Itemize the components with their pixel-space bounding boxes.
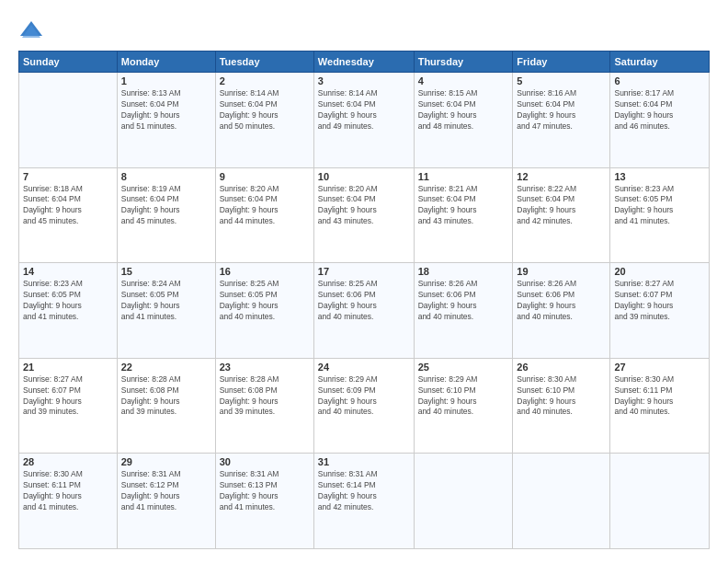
calendar-cell: 14Sunrise: 8:23 AM Sunset: 6:05 PM Dayli… [19,263,118,359]
calendar-cell: 11Sunrise: 8:21 AM Sunset: 6:04 PM Dayli… [414,167,513,263]
day-number: 30 [220,456,310,467]
calendar-cell: 28Sunrise: 8:30 AM Sunset: 6:11 PM Dayli… [19,454,118,549]
day-number: 25 [418,362,509,373]
calendar-weekday: Friday [513,52,610,73]
calendar-cell: 10Sunrise: 8:20 AM Sunset: 6:04 PM Dayli… [313,167,414,263]
day-number: 3 [318,75,410,86]
calendar-weekday: Thursday [414,52,513,73]
calendar-cell: 19Sunrise: 8:26 AM Sunset: 6:06 PM Dayli… [513,263,610,359]
day-info: Sunrise: 8:26 AM Sunset: 6:06 PM Dayligh… [517,279,606,323]
calendar-cell: 1Sunrise: 8:13 AM Sunset: 6:04 PM Daylig… [117,73,215,168]
day-number: 10 [318,171,410,182]
calendar-cell [610,454,710,549]
day-info: Sunrise: 8:26 AM Sunset: 6:06 PM Dayligh… [418,279,509,323]
calendar-cell: 9Sunrise: 8:20 AM Sunset: 6:04 PM Daylig… [215,167,313,263]
calendar-weekday: Tuesday [215,52,313,73]
calendar-weekday: Saturday [610,52,710,73]
calendar-cell: 5Sunrise: 8:16 AM Sunset: 6:04 PM Daylig… [513,73,610,168]
calendar-weekday: Monday [117,52,215,73]
day-info: Sunrise: 8:13 AM Sunset: 6:04 PM Dayligh… [121,88,211,132]
day-info: Sunrise: 8:15 AM Sunset: 6:04 PM Dayligh… [418,88,509,132]
day-number: 1 [121,75,211,86]
day-number: 26 [517,362,606,373]
day-info: Sunrise: 8:22 AM Sunset: 6:04 PM Dayligh… [517,184,606,228]
day-info: Sunrise: 8:28 AM Sunset: 6:08 PM Dayligh… [121,374,211,419]
day-number: 11 [418,171,509,182]
calendar-cell: 25Sunrise: 8:29 AM Sunset: 6:10 PM Dayli… [414,358,513,454]
calendar: SundayMondayTuesdayWednesdayThursdayFrid… [18,51,710,549]
calendar-cell [19,73,118,168]
day-info: Sunrise: 8:31 AM Sunset: 6:13 PM Dayligh… [220,469,310,513]
day-number: 13 [614,171,705,182]
calendar-cell: 21Sunrise: 8:27 AM Sunset: 6:07 PM Dayli… [19,358,118,454]
day-number: 23 [220,362,310,373]
calendar-cell: 31Sunrise: 8:31 AM Sunset: 6:14 PM Dayli… [313,454,414,549]
day-number: 18 [418,266,509,277]
day-number: 17 [318,266,410,277]
day-info: Sunrise: 8:29 AM Sunset: 6:10 PM Dayligh… [418,374,509,419]
day-info: Sunrise: 8:25 AM Sunset: 6:05 PM Dayligh… [220,279,310,323]
day-info: Sunrise: 8:30 AM Sunset: 6:10 PM Dayligh… [517,374,606,419]
calendar-cell: 12Sunrise: 8:22 AM Sunset: 6:04 PM Dayli… [513,167,610,263]
calendar-header-row: SundayMondayTuesdayWednesdayThursdayFrid… [19,52,710,73]
day-info: Sunrise: 8:28 AM Sunset: 6:08 PM Dayligh… [220,374,310,419]
page: SundayMondayTuesdayWednesdayThursdayFrid… [0,0,728,563]
header [18,14,710,43]
day-info: Sunrise: 8:21 AM Sunset: 6:04 PM Dayligh… [418,184,509,228]
logo [18,17,48,43]
day-number: 21 [23,362,113,373]
day-number: 31 [318,456,410,467]
calendar-cell: 17Sunrise: 8:25 AM Sunset: 6:06 PM Dayli… [313,263,414,359]
day-number: 16 [220,266,310,277]
day-number: 14 [23,266,113,277]
day-number: 19 [517,266,606,277]
day-number: 2 [220,75,310,86]
day-info: Sunrise: 8:17 AM Sunset: 6:04 PM Dayligh… [614,88,705,132]
calendar-cell: 27Sunrise: 8:30 AM Sunset: 6:11 PM Dayli… [610,358,710,454]
calendar-cell: 26Sunrise: 8:30 AM Sunset: 6:10 PM Dayli… [513,358,610,454]
calendar-cell: 13Sunrise: 8:23 AM Sunset: 6:05 PM Dayli… [610,167,710,263]
day-info: Sunrise: 8:24 AM Sunset: 6:05 PM Dayligh… [121,279,211,323]
day-number: 6 [614,75,705,86]
day-number: 5 [517,75,606,86]
calendar-cell: 18Sunrise: 8:26 AM Sunset: 6:06 PM Dayli… [414,263,513,359]
calendar-cell [414,454,513,549]
calendar-week-row: 14Sunrise: 8:23 AM Sunset: 6:05 PM Dayli… [19,263,710,359]
day-number: 27 [614,362,705,373]
calendar-week-row: 28Sunrise: 8:30 AM Sunset: 6:11 PM Dayli… [19,454,710,549]
calendar-week-row: 1Sunrise: 8:13 AM Sunset: 6:04 PM Daylig… [19,73,710,168]
day-info: Sunrise: 8:14 AM Sunset: 6:04 PM Dayligh… [318,88,410,132]
day-info: Sunrise: 8:25 AM Sunset: 6:06 PM Dayligh… [318,279,410,323]
day-info: Sunrise: 8:16 AM Sunset: 6:04 PM Dayligh… [517,88,606,132]
day-number: 9 [220,171,310,182]
calendar-cell: 8Sunrise: 8:19 AM Sunset: 6:04 PM Daylig… [117,167,215,263]
day-info: Sunrise: 8:30 AM Sunset: 6:11 PM Dayligh… [614,374,705,419]
day-info: Sunrise: 8:31 AM Sunset: 6:14 PM Dayligh… [318,469,410,513]
calendar-cell: 30Sunrise: 8:31 AM Sunset: 6:13 PM Dayli… [215,454,313,549]
calendar-weekday: Wednesday [313,52,414,73]
day-info: Sunrise: 8:27 AM Sunset: 6:07 PM Dayligh… [23,374,113,419]
day-info: Sunrise: 8:20 AM Sunset: 6:04 PM Dayligh… [318,184,410,228]
day-info: Sunrise: 8:29 AM Sunset: 6:09 PM Dayligh… [318,374,410,419]
day-number: 22 [121,362,211,373]
day-number: 12 [517,171,606,182]
day-info: Sunrise: 8:30 AM Sunset: 6:11 PM Dayligh… [23,469,113,513]
calendar-cell: 2Sunrise: 8:14 AM Sunset: 6:04 PM Daylig… [215,73,313,168]
calendar-cell: 23Sunrise: 8:28 AM Sunset: 6:08 PM Dayli… [215,358,313,454]
calendar-week-row: 21Sunrise: 8:27 AM Sunset: 6:07 PM Dayli… [19,358,710,454]
calendar-cell [513,454,610,549]
logo-icon [18,17,44,43]
day-info: Sunrise: 8:23 AM Sunset: 6:05 PM Dayligh… [614,184,705,228]
day-info: Sunrise: 8:23 AM Sunset: 6:05 PM Dayligh… [23,279,113,323]
calendar-cell: 4Sunrise: 8:15 AM Sunset: 6:04 PM Daylig… [414,73,513,168]
calendar-cell: 22Sunrise: 8:28 AM Sunset: 6:08 PM Dayli… [117,358,215,454]
day-number: 29 [121,456,211,467]
calendar-cell: 3Sunrise: 8:14 AM Sunset: 6:04 PM Daylig… [313,73,414,168]
day-info: Sunrise: 8:19 AM Sunset: 6:04 PM Dayligh… [121,184,211,228]
calendar-cell: 15Sunrise: 8:24 AM Sunset: 6:05 PM Dayli… [117,263,215,359]
day-number: 8 [121,171,211,182]
day-number: 28 [23,456,113,467]
day-info: Sunrise: 8:31 AM Sunset: 6:12 PM Dayligh… [121,469,211,513]
day-info: Sunrise: 8:18 AM Sunset: 6:04 PM Dayligh… [23,184,113,228]
calendar-cell: 7Sunrise: 8:18 AM Sunset: 6:04 PM Daylig… [19,167,118,263]
